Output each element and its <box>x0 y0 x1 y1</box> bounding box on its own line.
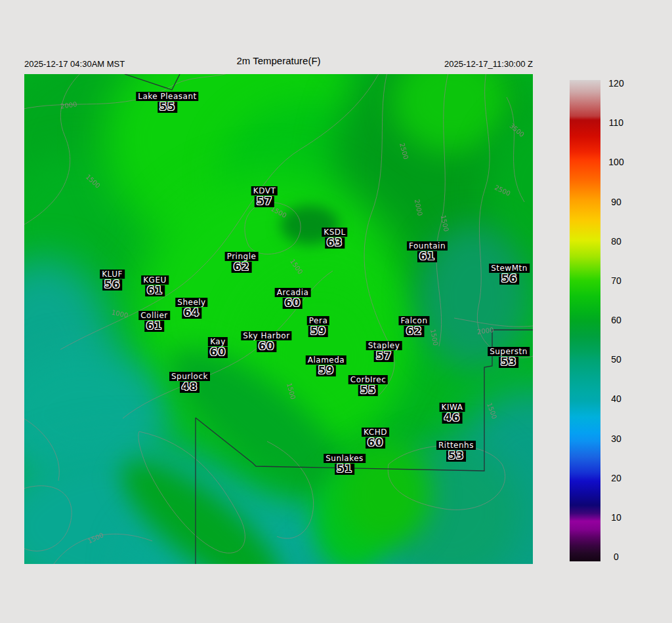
valid-time-utc: 2025-12-17_11:30:00 Z <box>24 59 533 69</box>
station-kiwa: KIWA46 <box>440 401 465 424</box>
station-name: Fountain <box>407 241 448 251</box>
station-name: Arcadia <box>275 288 311 297</box>
station-temperature-value: 53 <box>446 451 466 462</box>
station-name: Alameda <box>306 355 346 365</box>
colorbar-tick-0: 0 <box>614 552 619 562</box>
colorbar-tick-20: 20 <box>611 473 621 483</box>
station-name: Lake Pleasant <box>136 92 198 101</box>
station-value-row: 57 <box>251 196 278 207</box>
station-name: CorbIrec <box>348 375 388 384</box>
colorbar-tick-50: 50 <box>611 354 621 365</box>
station-kgeu: KGEU61 <box>141 274 169 296</box>
station-temperature-value: 56 <box>102 279 122 291</box>
station-arcadia: Arcadia60 <box>275 287 311 309</box>
station-value-row: 61 <box>141 285 169 296</box>
station-lake-pleasant: Lake Pleasant55 <box>136 90 198 113</box>
station-temperature-value: 56 <box>499 273 519 285</box>
station-value-row: 61 <box>138 321 170 332</box>
station-temperature-value: 60 <box>208 347 228 358</box>
station-value-row: 60 <box>275 298 311 309</box>
station-value-row: 56 <box>100 279 125 291</box>
station-value-row: 56 <box>489 273 530 285</box>
station-collier: Collier61 <box>138 310 170 332</box>
station-value-row: 55 <box>136 102 198 113</box>
station-value-row: 48 <box>169 382 210 393</box>
station-sunlakes: Sunlakes51 <box>324 452 366 475</box>
station-temperature-value: 60 <box>283 298 303 309</box>
station-name: Pringle <box>225 252 259 261</box>
station-name: Pera <box>307 316 329 325</box>
station-temperature-value: 61 <box>145 285 165 296</box>
station-value-row: 60 <box>241 341 291 352</box>
station-superstn: Superstn53 <box>488 346 530 368</box>
station-alameda: Alameda59 <box>306 354 346 376</box>
temperature-colorbar <box>570 80 600 561</box>
station-kay: Kay60 <box>208 336 228 358</box>
station-value-row: 51 <box>324 464 366 475</box>
station-name: Rittenhs <box>436 441 476 450</box>
colorbar-tick-90: 90 <box>611 197 621 207</box>
station-name: Spurlock <box>169 372 210 381</box>
station-name: KSDL <box>322 228 347 237</box>
station-name: Sky Harbor <box>241 331 291 340</box>
station-temperature-value: 59 <box>316 365 336 376</box>
station-name: Sheely <box>175 298 207 307</box>
station-value-row: 63 <box>322 237 347 249</box>
colorbar-tick-120: 120 <box>608 78 623 89</box>
station-temperature-value: 53 <box>499 357 518 368</box>
colorbar-tick-80: 80 <box>611 236 621 247</box>
station-temperature-value: 63 <box>325 237 345 249</box>
station-temperature-value: 60 <box>257 341 276 352</box>
station-ksdl: KSDL63 <box>322 226 347 249</box>
station-name: KCHD <box>362 428 389 437</box>
station-temperature-value: 51 <box>335 464 354 475</box>
station-corbirec: CorbIrec55 <box>348 374 388 396</box>
station-temperature-value: 61 <box>417 251 437 262</box>
station-name: Falcon <box>398 316 429 325</box>
station-name: Kay <box>208 337 228 346</box>
station-temperature-value: 57 <box>255 196 274 207</box>
station-temperature-value: 61 <box>144 321 164 332</box>
station-layer: Lake Pleasant55KDVT57KSDL63Fountain61Ste… <box>24 74 533 564</box>
station-temperature-value: 46 <box>442 412 462 424</box>
station-value-row: 60 <box>208 347 228 358</box>
station-kluf: KLUF56 <box>100 268 125 291</box>
station-fountain: Fountain61 <box>407 240 448 262</box>
station-temperature-value: 57 <box>374 351 394 362</box>
station-kchd: KCHD60 <box>362 426 389 449</box>
station-name: StewMtn <box>489 264 530 273</box>
station-value-row: 53 <box>488 357 530 368</box>
station-value-row: 62 <box>398 326 429 337</box>
station-pera: Pera59 <box>307 315 329 337</box>
station-value-row: 60 <box>362 437 389 449</box>
station-value-row: 64 <box>175 308 207 319</box>
station-pringle: Pringle62 <box>225 251 259 273</box>
station-value-row: 53 <box>436 451 476 462</box>
station-name: KLUF <box>100 270 125 279</box>
station-name: Stapley <box>366 341 402 350</box>
station-rittenhs: Rittenhs53 <box>436 439 476 462</box>
station-name: Sunlakes <box>324 454 366 463</box>
colorbar-tick-100: 100 <box>608 157 623 167</box>
station-temperature-value: 55 <box>158 102 177 113</box>
station-stewmtn: StewMtn56 <box>489 262 530 285</box>
station-value-row: 57 <box>366 351 402 362</box>
station-name: KIWA <box>440 403 465 412</box>
station-value-row: 46 <box>440 412 465 424</box>
station-temperature-value: 55 <box>358 385 378 396</box>
station-name: KGEU <box>141 275 169 285</box>
station-temperature-value: 48 <box>180 382 200 393</box>
station-temperature-value: 62 <box>404 326 424 337</box>
station-temperature-value: 59 <box>308 326 328 337</box>
station-sheely: Sheely64 <box>175 296 207 319</box>
station-value-row: 55 <box>348 385 388 396</box>
station-value-row: 59 <box>306 365 346 376</box>
station-name: Superstn <box>488 347 530 356</box>
station-sky-harbor: Sky Harbor60 <box>241 330 291 352</box>
colorbar-tick-60: 60 <box>611 315 621 325</box>
station-stapley: Stapley57 <box>366 340 402 362</box>
station-spurlock: Spurlock48 <box>169 371 210 393</box>
station-name: KDVT <box>251 186 278 195</box>
temperature-map: 2000150010001500150025003500200015002500… <box>24 74 533 564</box>
station-kdvt: KDVT57 <box>251 185 278 207</box>
